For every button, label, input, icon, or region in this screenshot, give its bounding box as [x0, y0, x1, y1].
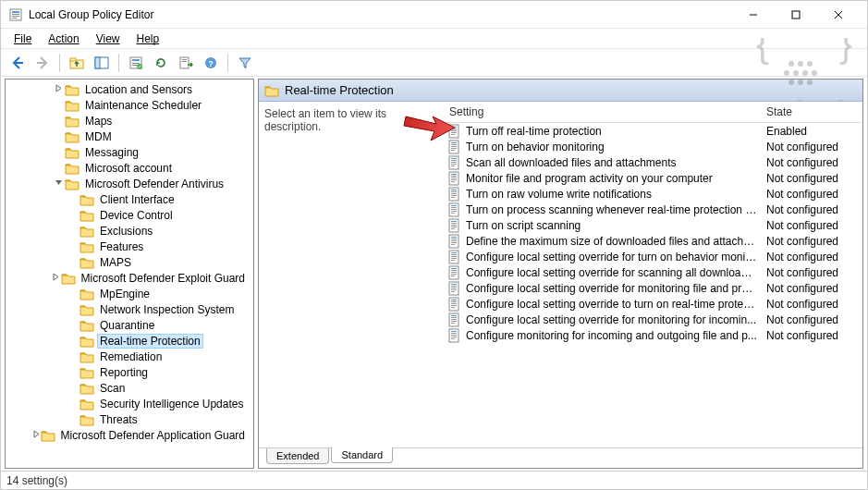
svg-rect-66	[451, 228, 455, 229]
settings-row[interactable]: Monitor file and program activity on you…	[444, 170, 862, 186]
chevron-right-icon[interactable]	[52, 84, 65, 94]
setting-name: Turn on behavior monitoring	[466, 141, 766, 153]
filter-button[interactable]	[234, 52, 256, 74]
export-button[interactable]	[175, 52, 197, 74]
svg-rect-89	[451, 289, 457, 290]
tree-item-label: Remediation	[97, 350, 165, 363]
tabs-bar: Extended Standard	[259, 447, 862, 468]
column-state[interactable]: State	[761, 102, 862, 122]
tab-extended[interactable]: Extended	[266, 448, 329, 464]
tree-item-label: Reporting	[97, 366, 151, 379]
tree-item[interactable]: Maintenance Scheduler	[7, 97, 251, 113]
tree-item[interactable]: Threats	[7, 411, 251, 427]
forward-button[interactable]	[31, 52, 54, 74]
setting-state: Not configured	[766, 141, 859, 153]
chevron-down-icon[interactable]	[52, 178, 65, 189]
svg-rect-41	[451, 164, 457, 165]
svg-rect-33	[451, 144, 457, 145]
tree-item[interactable]: Network Inspection System	[7, 301, 251, 317]
svg-rect-88	[451, 288, 457, 288]
show-tree-button[interactable]	[91, 52, 113, 74]
svg-rect-53	[451, 195, 457, 196]
svg-rect-106	[451, 335, 457, 336]
menu-help[interactable]: Help	[129, 31, 167, 47]
svg-rect-80	[451, 268, 457, 269]
toolbar-separator	[118, 54, 119, 72]
tree-item[interactable]: Microsoft Defender Antivirus	[7, 176, 251, 191]
details-title: Real-time Protection	[285, 83, 394, 97]
menu-file[interactable]: File	[6, 31, 39, 47]
tree-item-label: Exclusions	[97, 225, 155, 238]
settings-row[interactable]: Turn off real-time protectionEnabled	[444, 123, 862, 139]
help-button[interactable]: ?	[200, 52, 222, 74]
tree-item[interactable]: Features	[7, 239, 251, 254]
settings-row[interactable]: Configure local setting override for mon…	[444, 280, 862, 296]
chevron-right-icon[interactable]	[51, 273, 60, 283]
svg-rect-1	[12, 11, 19, 13]
tree-item[interactable]: Location and Sensors	[7, 81, 251, 97]
settings-row[interactable]: Turn on script scanningNot configured	[444, 217, 862, 233]
chevron-right-icon[interactable]	[32, 430, 41, 440]
tree-item[interactable]: Client Interface	[7, 191, 251, 207]
settings-list[interactable]: Setting State Turn off real-time protect…	[444, 102, 862, 468]
tree-item[interactable]: MDM	[7, 129, 251, 144]
tree-item[interactable]: MAPS	[7, 254, 251, 270]
settings-row[interactable]: Turn on process scanning whenever real-t…	[444, 202, 862, 217]
tab-standard[interactable]: Standard	[331, 447, 393, 463]
svg-rect-104	[451, 331, 457, 332]
settings-row[interactable]: Turn on raw volume write notificationsNo…	[444, 186, 862, 202]
description-prompt: Select an item to view its description.	[264, 107, 386, 133]
settings-row[interactable]: Configure local setting override to turn…	[444, 296, 862, 312]
properties-button[interactable]	[125, 52, 147, 74]
settings-row[interactable]: Turn on behavior monitoringNot configure…	[444, 139, 862, 154]
tree-item-label: Real-time Protection	[97, 334, 203, 349]
tree-item[interactable]: Scan	[7, 380, 251, 396]
settings-row[interactable]: Scan all downloaded files and attachment…	[444, 154, 862, 170]
svg-rect-20	[180, 57, 189, 68]
menu-action[interactable]: Action	[41, 31, 86, 47]
main-content: Location and SensorsMaintenance Schedule…	[1, 77, 867, 471]
svg-rect-35	[451, 148, 457, 149]
app-icon	[8, 7, 23, 22]
column-setting[interactable]: Setting	[444, 102, 761, 122]
tree-item[interactable]: Quarantine	[7, 317, 251, 333]
tree-item[interactable]: Exclusions	[7, 223, 251, 239]
list-header[interactable]: Setting State	[444, 102, 862, 123]
setting-state: Not configured	[766, 298, 859, 311]
svg-rect-71	[451, 242, 457, 243]
back-button[interactable]	[6, 52, 29, 74]
menu-view[interactable]: View	[89, 31, 128, 47]
settings-row[interactable]: Define the maximum size of downloaded fi…	[444, 233, 862, 249]
minimize-button[interactable]	[732, 1, 775, 29]
tree-item[interactable]: Real-time Protection	[7, 333, 251, 349]
svg-rect-107	[451, 337, 457, 337]
tree-item[interactable]: Maps	[7, 113, 251, 129]
tree-item[interactable]: Reporting	[7, 364, 251, 380]
tree-item[interactable]: Microsoft account	[7, 160, 251, 176]
tree-item[interactable]: Microsoft Defender Exploit Guard	[7, 270, 251, 286]
tree-item-label: Quarantine	[97, 319, 157, 332]
tree-item[interactable]: Device Control	[7, 207, 251, 223]
svg-rect-46	[451, 178, 457, 178]
setting-name: Turn on raw volume write notifications	[466, 188, 766, 201]
setting-state: Enabled	[766, 125, 859, 138]
settings-row[interactable]: Configure local setting override for tur…	[444, 249, 862, 264]
tree-item[interactable]: Messaging	[7, 144, 251, 160]
setting-state: Not configured	[766, 219, 859, 232]
svg-rect-93	[451, 301, 457, 302]
settings-row[interactable]: Configure local setting override for sca…	[444, 264, 862, 280]
close-button[interactable]	[817, 1, 860, 29]
refresh-button[interactable]	[150, 52, 172, 74]
tree-pane[interactable]: Location and SensorsMaintenance Schedule…	[5, 79, 254, 469]
up-level-button[interactable]	[66, 52, 88, 74]
tree-item[interactable]: Remediation	[7, 349, 251, 364]
settings-row[interactable]: Configure local setting override for mon…	[444, 312, 862, 327]
svg-rect-65	[451, 227, 457, 227]
settings-row[interactable]: Configure monitoring for incoming and ou…	[444, 327, 862, 343]
tree-item[interactable]: Microsoft Defender Application Guard	[7, 427, 251, 443]
tree-item[interactable]: Security Intelligence Updates	[7, 396, 251, 411]
svg-rect-102	[451, 323, 455, 324]
maximize-button[interactable]	[775, 1, 817, 29]
svg-rect-86	[451, 284, 457, 285]
tree-item[interactable]: MpEngine	[7, 286, 251, 301]
